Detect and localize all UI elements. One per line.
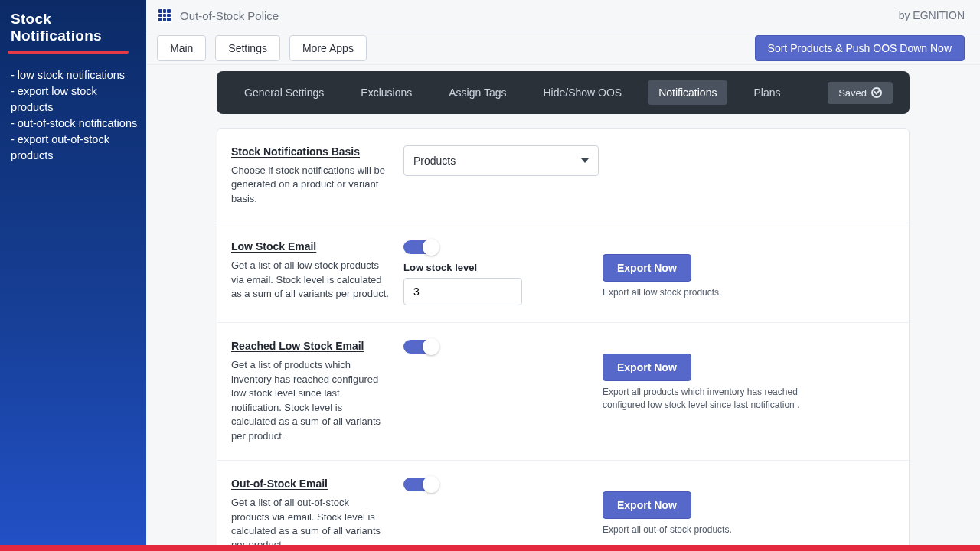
tab-notifications[interactable]: Notifications xyxy=(648,80,727,105)
tab-assign-tags[interactable]: Assign Tags xyxy=(438,80,517,105)
reached-low-title: Reached Low Stock Email xyxy=(231,340,390,352)
low-stock-title: Low Stock Email xyxy=(231,240,390,253)
sidebar-list: low stock notifications export low stock… xyxy=(0,54,146,164)
sidebar-item-export-oos[interactable]: export out-of-stock products xyxy=(11,132,139,164)
bottom-accent-bar xyxy=(0,545,980,551)
tab-general-settings[interactable]: General Settings xyxy=(234,80,335,105)
tabbar: General Settings Exclusions Assign Tags … xyxy=(217,71,910,114)
actionbar: Main Settings More Apps Sort Products & … xyxy=(146,31,980,65)
caret-down-icon xyxy=(581,158,589,163)
check-circle-icon xyxy=(871,87,882,98)
basis-title: Stock Notifications Basis xyxy=(231,145,390,158)
sidebar-item-low-stock-notif[interactable]: low stock notifications xyxy=(11,67,139,83)
reached-low-toggle[interactable] xyxy=(403,340,438,354)
basis-description: Choose if stock notifications will be ge… xyxy=(231,164,390,206)
settings-button[interactable]: Settings xyxy=(215,35,280,61)
oos-title: Out-of-Stock Email xyxy=(231,478,390,490)
reached-low-export-button[interactable]: Export Now xyxy=(603,354,691,381)
tab-hide-show-oos[interactable]: Hide/Show OOS xyxy=(532,80,632,105)
oos-description: Get a list of all out-of-stock products … xyxy=(231,496,390,551)
reached-low-export-caption: Export all products which inventory has … xyxy=(603,386,802,412)
sidebar-item-oos-notif[interactable]: out-of-stock notifications xyxy=(11,116,139,132)
sort-push-button[interactable]: Sort Products & Push OOS Down Now xyxy=(755,35,965,61)
more-apps-button[interactable]: More Apps xyxy=(289,35,367,61)
main-button[interactable]: Main xyxy=(157,35,206,61)
saved-pill: Saved xyxy=(828,82,893,104)
basis-select[interactable]: Products xyxy=(403,145,599,176)
sidebar-item-export-low-stock[interactable]: export low stock products xyxy=(11,83,139,116)
low-stock-level-input[interactable] xyxy=(403,278,522,305)
vendor-label: by EGNITION xyxy=(899,9,965,21)
sidebar-title: Stock Notifications xyxy=(0,0,146,51)
tab-plans[interactable]: Plans xyxy=(743,80,791,105)
low-stock-description: Get a list of all low stock products via… xyxy=(231,259,390,301)
topbar: Out-of-Stock Police by EGNITION xyxy=(146,0,980,31)
settings-card: Stock Notifications Basis Choose if stoc… xyxy=(217,128,910,551)
low-stock-level-label: Low stock level xyxy=(403,262,477,273)
app-name: Out-of-Stock Police xyxy=(180,9,279,22)
reached-low-description: Get a list of products which inventory h… xyxy=(231,358,390,443)
low-stock-export-button[interactable]: Export Now xyxy=(603,254,691,282)
section-basis: Stock Notifications Basis Choose if stoc… xyxy=(217,129,909,223)
tab-exclusions[interactable]: Exclusions xyxy=(350,80,423,105)
oos-export-button[interactable]: Export Now xyxy=(603,491,691,519)
basis-select-value: Products xyxy=(413,155,456,167)
low-stock-export-caption: Export all low stock products. xyxy=(603,286,802,299)
section-reached-low: Reached Low Stock Email Get a list of pr… xyxy=(217,323,909,461)
app-grid-icon xyxy=(157,8,172,23)
sidebar: Stock Notifications low stock notificati… xyxy=(0,0,146,551)
oos-export-caption: Export all out-of-stock products. xyxy=(603,523,802,536)
section-low-stock: Low Stock Email Get a list of all low st… xyxy=(217,223,909,323)
low-stock-toggle[interactable] xyxy=(403,240,438,254)
saved-label: Saved xyxy=(838,87,867,99)
section-oos: Out-of-Stock Email Get a list of all out… xyxy=(217,461,909,551)
oos-toggle[interactable] xyxy=(403,478,438,491)
